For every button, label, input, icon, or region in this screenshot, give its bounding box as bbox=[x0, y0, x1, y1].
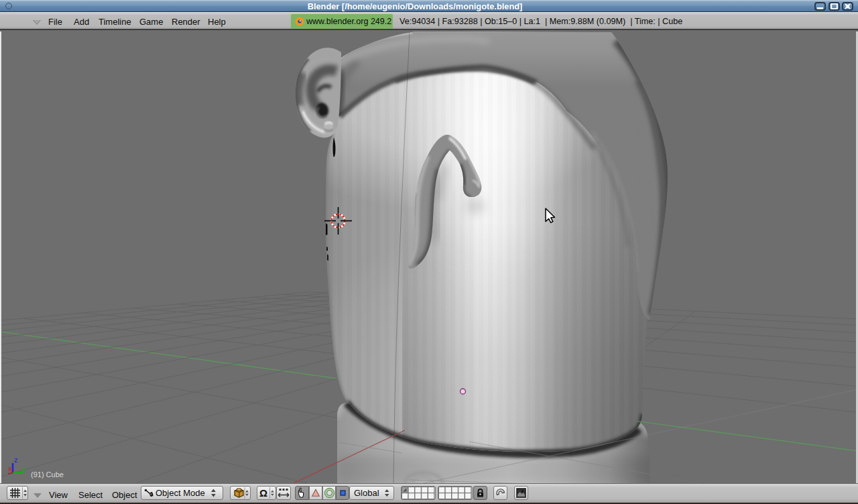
svg-text:x: x bbox=[8, 464, 12, 472]
svg-text:Object Mode: Object Mode bbox=[156, 488, 205, 498]
svg-text:y: y bbox=[22, 465, 26, 473]
svg-text:(91) Cube: (91) Cube bbox=[31, 470, 64, 479]
svg-text:Ω: Ω bbox=[259, 487, 267, 499]
svg-text:z: z bbox=[14, 456, 18, 464]
svg-text:Global: Global bbox=[354, 488, 379, 498]
